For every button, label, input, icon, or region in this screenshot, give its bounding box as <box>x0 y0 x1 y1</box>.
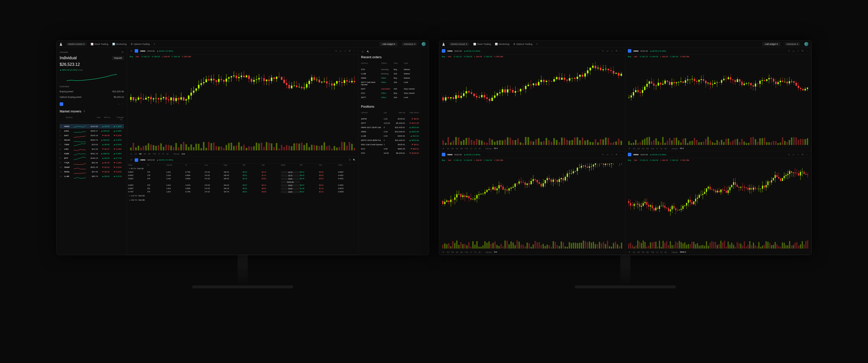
chart-canvas[interactable] <box>127 59 358 151</box>
tf-1D[interactable]: 1D <box>447 251 449 253</box>
market-status[interactable]: Market closed ▾ <box>66 43 87 46</box>
ticker-badge[interactable] <box>135 158 138 162</box>
cursor-icon[interactable]: ⊕ <box>628 147 631 150</box>
more-icon[interactable]: ⋯ <box>353 49 356 52</box>
tf-1D[interactable]: 1D <box>447 148 449 149</box>
interval-select[interactable]: 1h ▾ <box>494 251 497 253</box>
tf-3M[interactable]: 3M <box>460 251 463 253</box>
mover-row[interactable]: 10 SDMF $201.76 ▼ $1.02 ▼ 0.02% <box>60 165 124 169</box>
deposit-button[interactable]: Deposit <box>112 56 124 60</box>
tf-1Y[interactable]: 1Y <box>470 251 472 253</box>
more-icon[interactable]: ⋯ <box>806 49 809 52</box>
order-row[interactable]: ICCIFilledBuyStop market <box>361 91 426 95</box>
ticker-badge[interactable] <box>442 49 445 53</box>
more-icon[interactable]: ⋯ <box>620 153 623 156</box>
tf-All[interactable]: All <box>664 251 666 253</box>
mover-row[interactable]: 4 WUJH $263.74 ▲ $18.63 ▲ 4.22% <box>60 138 124 142</box>
tf-1w[interactable]: 1W <box>139 153 142 155</box>
tf-1M[interactable]: 1M <box>642 148 644 149</box>
order-row[interactable]: SFFT Call Debit SpreadFilledSellLimit <box>361 80 426 87</box>
interval-select[interactable]: 30min ▾ <box>680 251 686 253</box>
mover-row[interactable]: 9 TTQF $62.44 ▲ $1.25 ▼ 1.28% <box>60 160 124 165</box>
layout-icon[interactable]: ▭ <box>606 153 609 156</box>
position-row[interactable]: SFFT113.43$5,438.91▼ $237.65 <box>361 121 426 125</box>
chain-date-3[interactable]: ▸ 18D Fri Oct 30 <box>127 198 358 202</box>
position-row[interactable]: ICCI3.58$885.35▼ $82.01 <box>361 147 426 151</box>
tf-All[interactable]: All <box>664 148 666 149</box>
tab-stock-trading[interactable]: 📈Stock Trading <box>473 43 491 45</box>
avatar[interactable] <box>804 42 808 46</box>
cursor-icon[interactable]: ⊕ <box>130 152 133 156</box>
tf-3m[interactable]: 3M <box>148 153 151 155</box>
mover-row[interactable]: 12 LLAB $83.74 ▲ $0.63 ▲ 0.21% <box>60 174 124 178</box>
tab-options-trading[interactable]: ⚙Options Trading <box>513 43 532 45</box>
buy-button[interactable]: Buy <box>628 55 631 58</box>
position-row[interactable]: LLAB2.04$439.91▲ $12.01 <box>361 134 426 138</box>
order-row[interactable]: STOSendingBuyMarket <box>361 67 426 72</box>
tf-1y[interactable]: 1Y <box>158 153 160 155</box>
copy-icon[interactable]: ⧉ <box>615 49 618 52</box>
tab-options-trading[interactable]: ⚙Options Trading <box>131 43 150 45</box>
tf-ytd[interactable]: YTD <box>153 153 156 155</box>
tf-1W[interactable]: 1W <box>637 251 640 253</box>
sell-button[interactable]: Sell <box>634 159 637 161</box>
order-row[interactable]: HMNIFilledBuyMarket <box>361 76 426 80</box>
filter-icon[interactable]: ☰ <box>348 159 351 162</box>
edit-icon[interactable]: ✎ <box>335 49 338 52</box>
buy-button[interactable]: Buy <box>628 159 631 161</box>
mover-row[interactable]: 11 RKML $37.03 ▼ $0.56 ▼ 0.01% <box>60 169 124 174</box>
add-icon[interactable]: + <box>117 103 120 106</box>
tab-stock-trading[interactable]: 📈Stock Trading <box>91 43 108 45</box>
sell-button[interactable]: Sell <box>448 55 451 58</box>
settings-icon[interactable]: ⚙ <box>121 51 124 54</box>
tf-YTD[interactable]: YTD <box>465 148 468 149</box>
list-icon[interactable]: ☰ <box>130 49 133 52</box>
edit-icon[interactable]: ✎ <box>787 49 790 52</box>
more-icon[interactable]: ⋮ <box>121 103 124 106</box>
position-row[interactable]: AAPM1.01$139.91▼ $0.01 <box>361 117 426 121</box>
sell-button[interactable]: Sell <box>448 159 451 161</box>
tf-1W[interactable]: 1W <box>451 251 454 253</box>
interval-select[interactable]: 1D ▾ <box>680 147 684 149</box>
cursor-icon[interactable]: ⊕ <box>628 251 631 254</box>
layout-icon[interactable]: ▭ <box>339 49 342 52</box>
tf-all[interactable]: All <box>166 153 168 155</box>
tf-1M[interactable]: 1M <box>456 251 458 253</box>
tf-1D[interactable]: 1D <box>633 251 635 253</box>
order-row[interactable]: SFFTFilledSellLimit <box>361 95 426 100</box>
edit-icon[interactable]: ✎ <box>601 49 604 52</box>
tf-1Y[interactable]: 1Y <box>656 251 658 253</box>
market-status[interactable]: Market closed ▾ <box>449 43 469 46</box>
list-icon[interactable]: ☰ <box>361 50 364 53</box>
tf-1Y[interactable]: 1Y <box>470 148 472 149</box>
interval-select[interactable]: 1h ▾ <box>182 153 185 155</box>
cursor-icon[interactable]: ⊕ <box>442 147 445 150</box>
more-icon[interactable]: ⋯ <box>806 153 809 156</box>
tf-5Y[interactable]: 5Y <box>660 148 662 149</box>
chart-canvas[interactable] <box>439 59 625 146</box>
chart-canvas[interactable] <box>625 162 811 250</box>
tf-5Y[interactable]: 5Y <box>474 251 476 253</box>
tf-YTD[interactable]: YTD <box>651 251 654 253</box>
ticker-badge[interactable] <box>628 49 631 53</box>
sell-button[interactable]: Sell <box>136 55 139 58</box>
search-icon[interactable]: 🔍 <box>367 50 370 53</box>
expand-icon[interactable]: ⤢ <box>611 153 614 156</box>
copy-icon[interactable]: ⧉ <box>348 49 351 52</box>
sort-icon[interactable]: ⇅ <box>83 110 86 113</box>
expand-icon[interactable]: ⤢ <box>797 153 800 156</box>
chain-row[interactable]: 0.68373752,3106.06%174.32185.43$0.78$0.8… <box>127 177 358 180</box>
chain-row[interactable]: 0.68373211,8146.06%174.32184.18$0.01$0.0… <box>127 187 358 190</box>
position-row[interactable]: RALI Call Credit Spread1$439.91▼ $0.01 <box>361 142 426 147</box>
watchlist-badge[interactable] <box>60 102 63 106</box>
tf-5Y[interactable]: 5Y <box>660 251 662 253</box>
chain-row[interactable]: 0.68371702,3106.06%174.32185.43$0.51$1.3… <box>127 174 358 177</box>
chain-row[interactable]: $183.88 <box>127 180 358 184</box>
tf-3M[interactable]: 3M <box>646 148 649 149</box>
mover-row[interactable]: 3 EAIT $109.19 ▼ $0.98 ▼ 0.23% <box>60 133 124 138</box>
expand-icon[interactable]: ⤢ <box>344 49 347 52</box>
tf-1d[interactable]: 1D <box>135 153 137 155</box>
tf-1M[interactable]: 1M <box>456 148 458 149</box>
mover-row[interactable]: 8 BTP $146.15 ▲ $6.09 ▲ 5.77% <box>60 156 124 160</box>
edit-icon[interactable]: ✎ <box>787 153 790 156</box>
